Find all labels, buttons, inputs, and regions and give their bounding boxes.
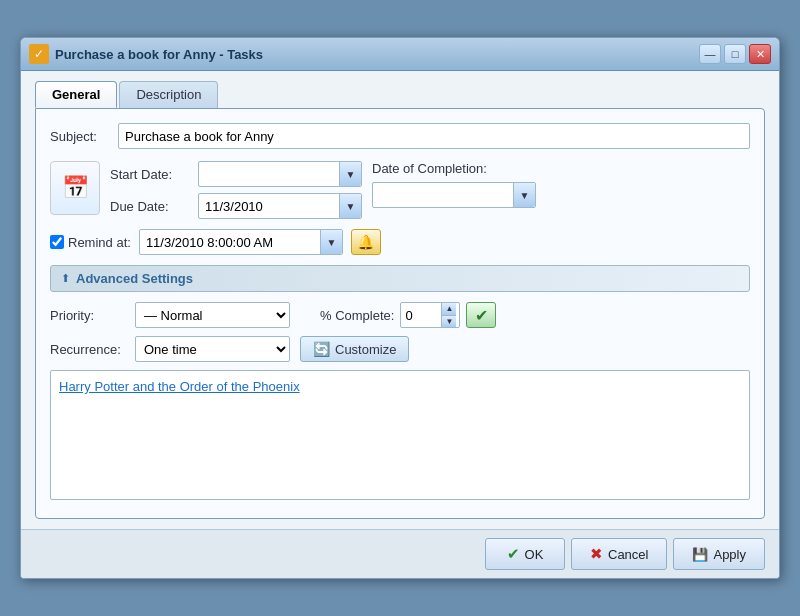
window-title: Purchase a book for Anny - Tasks — [55, 47, 263, 62]
subject-input[interactable] — [118, 123, 750, 149]
start-date-input-wrapper: ▼ — [198, 161, 362, 187]
spinner-buttons: ▲ ▼ — [441, 303, 456, 327]
remind-dropdown-btn[interactable]: ▼ — [320, 230, 342, 254]
chevron-up-icon: ⬆ — [61, 272, 70, 285]
app-icon: ✓ — [29, 44, 49, 64]
ok-button[interactable]: ✔ OK — [485, 538, 565, 570]
completion-input[interactable] — [373, 186, 513, 205]
apply-label: Apply — [713, 547, 746, 562]
bell-button[interactable]: 🔔 — [351, 229, 381, 255]
completion-label: Date of Completion: — [372, 161, 536, 176]
tab-description[interactable]: Description — [119, 81, 218, 108]
dates-grid: Start Date: ▼ Due Date: ▼ — [110, 161, 750, 219]
subject-label: Subject: — [50, 129, 110, 144]
maximize-button[interactable]: □ — [724, 44, 746, 64]
calendar-section: 📅 Start Date: ▼ — [50, 161, 750, 219]
titlebar: ✓ Purchase a book for Anny - Tasks — □ ✕ — [21, 38, 779, 71]
percent-spinner-wrapper: ▲ ▼ — [400, 302, 460, 328]
recurrence-select[interactable]: One time Daily Weekly Monthly Yearly — [136, 337, 289, 361]
cancel-button[interactable]: ✖ Cancel — [571, 538, 667, 570]
window-controls: — □ ✕ — [699, 44, 771, 64]
recurrence-select-wrapper: One time Daily Weekly Monthly Yearly — [135, 336, 290, 362]
percent-complete-label: % Complete: — [320, 308, 394, 323]
content-area: General Description Subject: 📅 S — [21, 71, 779, 529]
spinner-up-button[interactable]: ▲ — [442, 303, 456, 316]
due-date-input[interactable] — [199, 197, 339, 216]
advanced-settings-header[interactable]: ⬆ Advanced Settings — [50, 265, 750, 292]
cancel-label: Cancel — [608, 547, 648, 562]
advanced-settings-title: Advanced Settings — [76, 271, 193, 286]
remind-input-wrapper: ▼ — [139, 229, 343, 255]
due-date-label: Due Date: — [110, 199, 190, 214]
remind-checkbox[interactable] — [50, 235, 64, 249]
remind-checkbox-label[interactable]: Remind at: — [50, 235, 131, 250]
customize-button[interactable]: 🔄 Customize — [300, 336, 409, 362]
main-window: ✓ Purchase a book for Anny - Tasks — □ ✕… — [20, 37, 780, 579]
titlebar-left: ✓ Purchase a book for Anny - Tasks — [29, 44, 263, 64]
subject-row: Subject: — [50, 123, 750, 149]
remind-row: Remind at: ▼ 🔔 — [50, 229, 750, 255]
remind-label: Remind at: — [68, 235, 131, 250]
minimize-button[interactable]: — — [699, 44, 721, 64]
priority-row: Priority: — Normal High Low % Complete: … — [50, 302, 750, 328]
ok-icon: ✔ — [507, 545, 520, 563]
priority-label: Priority: — [50, 308, 125, 323]
tab-general[interactable]: General — [35, 81, 117, 108]
tab-panel-general: Subject: 📅 Start Date: — [35, 108, 765, 519]
due-date-row: Due Date: ▼ — [110, 193, 362, 219]
priority-select[interactable]: — Normal High Low — [136, 303, 289, 327]
customize-label: Customize — [335, 342, 396, 357]
spinner-down-button[interactable]: ▼ — [442, 316, 456, 328]
due-date-input-wrapper: ▼ — [198, 193, 362, 219]
completion-section: Date of Completion: ▼ — [372, 161, 536, 208]
dates-top-row: Start Date: ▼ Due Date: ▼ — [110, 161, 750, 219]
recurrence-label: Recurrence: — [50, 342, 125, 357]
start-date-row: Start Date: ▼ — [110, 161, 362, 187]
apply-button[interactable]: 💾 Apply — [673, 538, 765, 570]
close-button[interactable]: ✕ — [749, 44, 771, 64]
completion-input-wrapper: ▼ — [372, 182, 536, 208]
priority-select-wrapper: — Normal High Low — [135, 302, 290, 328]
ok-label: OK — [525, 547, 544, 562]
start-date-label: Start Date: — [110, 167, 190, 182]
percent-input[interactable] — [401, 306, 441, 325]
cancel-icon: ✖ — [590, 545, 603, 563]
check-mark-button[interactable]: ✔ — [466, 302, 496, 328]
start-date-dropdown-btn[interactable]: ▼ — [339, 162, 361, 186]
tab-bar: General Description — [35, 81, 765, 108]
apply-icon: 💾 — [692, 547, 708, 562]
remind-input[interactable] — [140, 233, 320, 252]
bottom-bar: ✔ OK ✖ Cancel 💾 Apply — [21, 529, 779, 578]
completion-dropdown-btn[interactable]: ▼ — [513, 183, 535, 207]
notes-link[interactable]: Harry Potter and the Order of the Phoeni… — [59, 379, 300, 394]
complete-section: % Complete: ▲ ▼ ✔ — [320, 302, 496, 328]
customize-icon: 🔄 — [313, 341, 330, 357]
due-date-dropdown-btn[interactable]: ▼ — [339, 194, 361, 218]
recurrence-row: Recurrence: One time Daily Weekly Monthl… — [50, 336, 750, 362]
notes-area: Harry Potter and the Order of the Phoeni… — [50, 370, 750, 500]
calendar-icon: 📅 — [50, 161, 100, 215]
start-date-input[interactable] — [199, 165, 339, 184]
